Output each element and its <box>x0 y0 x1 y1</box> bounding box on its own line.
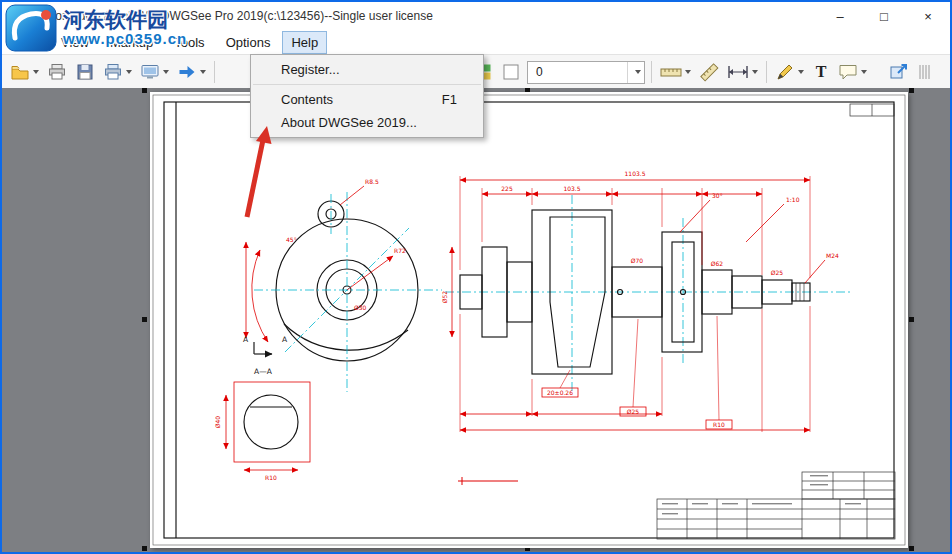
maximize-button[interactable]: □ <box>862 2 906 30</box>
svg-text:225: 225 <box>501 185 513 192</box>
registration-mark <box>909 317 914 322</box>
angle-ruler-icon <box>699 62 719 82</box>
svg-text:Ø62: Ø62 <box>711 260 724 267</box>
svg-text:Ø25: Ø25 <box>771 269 784 276</box>
svg-text:R10: R10 <box>713 421 725 428</box>
svg-text:Ø52: Ø52 <box>441 291 448 304</box>
print-button[interactable] <box>45 59 69 85</box>
chevron-down-icon <box>752 70 758 74</box>
svg-text:45°: 45° <box>286 236 297 243</box>
registration-mark <box>909 88 914 93</box>
drawing-canvas[interactable]: R8.5 R72 Ø30 45° A A A—A <box>2 88 950 552</box>
save-button[interactable] <box>73 59 97 85</box>
chevron-down-icon <box>861 70 867 74</box>
menu-bar: File View Markup Tools Options Help <box>2 30 950 54</box>
svg-text:R8.5: R8.5 <box>365 178 379 185</box>
svg-text:103.5: 103.5 <box>563 185 580 192</box>
registration-mark <box>142 546 147 551</box>
forward-button[interactable] <box>175 59 208 85</box>
ruler-icon <box>660 62 682 82</box>
export-window-icon <box>889 62 909 82</box>
title-bar: version2.dwg AutoDWG DWGSee Pro 2019(c:\… <box>2 2 950 30</box>
snapshot-icon <box>140 62 160 82</box>
print-icon <box>47 62 67 82</box>
comment-button[interactable] <box>836 59 869 85</box>
measure-angle-button[interactable] <box>697 59 721 85</box>
svg-text:R10: R10 <box>265 474 277 481</box>
chevron-down-icon <box>685 70 691 74</box>
forward-arrow-icon <box>177 62 197 82</box>
window-title: version2.dwg AutoDWG DWGSee Pro 2019(c:\… <box>30 9 433 23</box>
distance-icon <box>727 62 749 82</box>
menu-item-contents[interactable]: Contents F1 <box>251 88 483 111</box>
section-view: 1103.5 225 103.5 Ø52 Ø70 Ø62 Ø25 <box>441 170 850 485</box>
registration-mark <box>142 88 147 93</box>
measure-length-button[interactable] <box>658 59 693 85</box>
menu-view[interactable]: View <box>52 31 98 54</box>
svg-text:Ø40: Ø40 <box>214 416 221 429</box>
layer-combo[interactable]: 0 <box>527 61 645 84</box>
svg-text:A—A: A—A <box>254 367 273 376</box>
color-swatch-button[interactable] <box>499 59 523 85</box>
app-window: version2.dwg AutoDWG DWGSee Pro 2019(c:\… <box>0 0 952 554</box>
window-controls: – □ × <box>818 2 950 30</box>
svg-text:Ø30: Ø30 <box>354 304 367 311</box>
detail-view: A—A Ø40 R10 <box>214 367 310 481</box>
chevron-down-icon <box>200 70 206 74</box>
menu-item-about[interactable]: About DWGSee 2019... <box>251 111 483 134</box>
text-icon: T <box>812 62 830 82</box>
registration-mark <box>909 546 914 551</box>
left-view: R8.5 R72 Ø30 45° A A <box>243 178 442 392</box>
toolbar-grip[interactable] <box>915 59 933 85</box>
svg-text:1103.5: 1103.5 <box>625 170 646 177</box>
menu-help[interactable]: Help <box>282 31 327 54</box>
svg-text:20±0.26: 20±0.26 <box>547 389 573 396</box>
close-button[interactable]: × <box>906 2 950 30</box>
layer-combo-dropdown[interactable] <box>627 62 644 83</box>
draw-button[interactable] <box>773 59 806 85</box>
menu-item-label: Contents <box>281 92 333 107</box>
app-logo-icon <box>8 8 24 24</box>
grip-lines-icon <box>917 62 931 82</box>
open-button[interactable] <box>8 59 41 85</box>
chevron-down-icon <box>126 70 132 74</box>
menu-item-label: Register... <box>281 62 340 77</box>
menu-markup[interactable]: Markup <box>101 31 162 54</box>
toolbar-separator <box>766 61 767 83</box>
chevron-down-icon <box>798 70 804 74</box>
menu-separator <box>253 84 481 85</box>
chevron-down-icon <box>163 70 169 74</box>
text-button[interactable]: T <box>810 59 832 85</box>
open-folder-icon <box>10 62 30 82</box>
svg-text:Ø25: Ø25 <box>627 408 640 415</box>
menu-options[interactable]: Options <box>217 31 280 54</box>
menu-item-label: About DWGSee 2019... <box>281 115 417 130</box>
drawing-sheet[interactable]: R8.5 R72 Ø30 45° A A A—A <box>150 92 908 548</box>
title-block <box>657 472 895 539</box>
plot-icon <box>103 62 123 82</box>
measure-distance-button[interactable] <box>725 59 760 85</box>
registration-mark <box>142 317 147 322</box>
help-dropdown-menu: Register... Contents F1 About DWGSee 201… <box>250 54 484 138</box>
svg-text:1:10: 1:10 <box>786 196 800 203</box>
menu-item-register[interactable]: Register... <box>251 58 483 81</box>
plot-button[interactable] <box>101 59 134 85</box>
menu-file[interactable]: File <box>10 31 49 54</box>
svg-text:30°: 30° <box>712 192 723 199</box>
minimize-button[interactable]: – <box>818 2 862 30</box>
chevron-down-icon <box>33 70 39 74</box>
toolbar-separator <box>651 61 652 83</box>
svg-text:A: A <box>282 335 288 344</box>
svg-text:R72: R72 <box>394 247 406 254</box>
save-icon <box>75 62 95 82</box>
svg-text:A: A <box>243 335 249 344</box>
cad-drawing: R8.5 R72 Ø30 45° A A A—A <box>150 92 908 548</box>
comment-bubble-icon <box>838 62 858 82</box>
pen-icon <box>775 62 795 82</box>
export-button[interactable] <box>887 59 911 85</box>
menu-item-shortcut: F1 <box>442 92 457 107</box>
menu-tools[interactable]: Tools <box>165 31 213 54</box>
svg-text:M24: M24 <box>826 252 839 259</box>
svg-text:Ø70: Ø70 <box>631 257 644 264</box>
snapshot-button[interactable] <box>138 59 171 85</box>
